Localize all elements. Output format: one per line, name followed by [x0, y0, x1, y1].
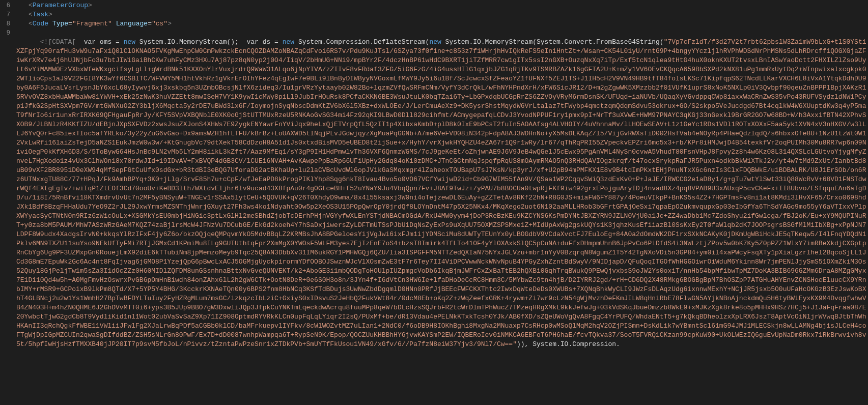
line-number: 7	[0, 10, 10, 19]
xml-open-tag-code: <Code Type="Fragment" Language="cs">	[16, 19, 868, 28]
line-number: 8	[0, 19, 10, 28]
line-number-gutter: 6 7 8 9	[0, 0, 14, 405]
xml-open-tag: <Task>	[16, 10, 868, 19]
xml-open-tag: <ParameterGroup>	[16, 1, 868, 10]
code-editor[interactable]: 6 7 8 9 <ParameterGroup> <Task> <Code Ty…	[0, 0, 868, 405]
line-number: 9	[0, 28, 10, 38]
cdata-code-line: <![CDATA[ var oms = new System.IO.Memory…	[16, 28, 868, 358]
code-content[interactable]: <ParameterGroup> <Task> <Code Type="Frag…	[14, 0, 868, 405]
line-number: 6	[0, 1, 10, 10]
